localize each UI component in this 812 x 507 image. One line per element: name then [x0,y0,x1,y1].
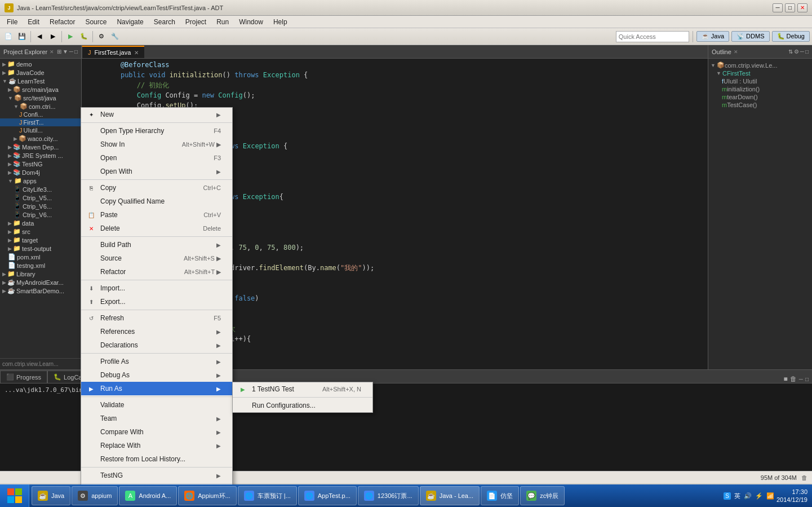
ctx-sep [81,467,232,468]
ctx-item-left: Source [87,254,122,263]
ctx-label: Team [100,415,117,422]
power-icon: ⚡ [755,492,763,500]
ctx-refactor[interactable]: Refactor Alt+Shift+T ▶ [81,265,232,279]
java-icon: ☕ [38,491,48,501]
ctx-label: Export... [100,298,126,306]
ctx-label: References [100,328,135,336]
ctx-new[interactable]: ✦ New ▶ [81,108,232,121]
ctx-profile-as[interactable]: Profile As ▶ [81,355,232,368]
ctx-debug-as[interactable]: Debug As ▶ [81,368,232,382]
ctx-label: Validate [100,401,124,409]
submenu-arrow: ▶ [216,242,221,248]
ctx-item-left: ⬇ Import... [87,284,125,293]
taskbar-item-label: AppTest.p... [318,492,350,499]
system-tray: S 英 🔊 ⚡ 📶 [724,492,774,500]
ctx-sep [81,353,232,354]
taskbar-12306[interactable]: 🌐 12306订票... [358,486,419,505]
ctx-item-left: ⬆ Export... [87,297,126,306]
ctx-label: Run As [100,385,122,393]
appium-icon: ⚙ [78,491,88,501]
ctx-item-left: References [87,327,135,336]
clock-time: 17:30 [776,488,807,496]
submenu-arrow: ▶ [216,359,221,365]
ctx-item-left: Declarations [87,341,138,350]
ctx-source[interactable]: Source Alt+Shift+S ▶ [81,252,232,265]
ctx-item-left: ✕ Delete [87,224,120,233]
ctx-declarations[interactable]: Declarations ▶ [81,338,232,352]
ctx-item-left: ↺ Refresh [87,314,124,323]
taskbar-fangjianzhi[interactable]: 📄 仿坚 [481,486,519,505]
submenu-arrow: ▶ [216,169,221,175]
taskbar-android[interactable]: A Android A... [119,486,177,505]
ctx-build-path[interactable]: Build Path ▶ [81,238,232,252]
ctx-restore-local[interactable]: Restore from Local History... [81,452,232,466]
ctx-item-left: Open [87,153,117,162]
ctx-run-as-wrapper: ▶ Run As ▶ ▶ 1 TestNG Test Alt+Shift+X, … [81,382,232,395]
ctx-item-left: Build Path [87,240,131,249]
svg-rect-2 [7,496,14,503]
taskbar-ticket[interactable]: 🌐 车票预订 |... [238,486,297,505]
taskbar-java[interactable]: ☕ Java [32,486,70,505]
network-icon: 📶 [766,492,774,500]
ctx-open-type-hierarchy[interactable]: Open Type Hierarchy F4 [81,124,232,138]
compare-icon [87,427,96,437]
open-with-icon [87,167,96,176]
ctx-delete[interactable]: ✕ Delete Delete [81,222,232,235]
profile-icon [87,357,96,366]
ctx-open-with[interactable]: Open With ▶ [81,165,232,178]
ctx-show-in[interactable]: Show In Alt+Shift+W ▶ [81,138,232,151]
shortcut-text: Alt+Shift+X, N [322,386,361,393]
declarations-icon [87,341,96,350]
ctx-label: Show In [100,140,125,148]
ctx-copy-qualified[interactable]: Copy Qualified Name [81,195,232,208]
submenu-arrow: ▶ [216,342,221,349]
hierarchy-icon [87,126,96,135]
windows-logo-icon [6,487,23,504]
browser3-icon: 🌐 [304,491,314,501]
ctx-refresh[interactable]: ↺ Refresh F5 [81,311,232,325]
import-icon: ⬇ [87,284,96,293]
ctx-paste[interactable]: 📋 Paste Ctrl+V [81,208,232,222]
browser4-icon: 🌐 [364,491,374,501]
sound-icon: 🔊 [744,492,752,500]
taskbar-appium[interactable]: ⚙ appium [72,486,118,505]
submenu-arrow: ▶ [216,429,221,435]
taskbar-apptest[interactable]: 🌐 AppTest.p... [298,486,357,505]
ctx-export[interactable]: ⬆ Export... [81,295,232,308]
delete-icon: ✕ [87,224,96,233]
taskbar-java-lea[interactable]: ☕ Java - Lea... [420,486,480,505]
ctx-copy[interactable]: ⎘ Copy Ctrl+C [81,181,232,195]
ctx-sep [81,179,232,180]
taskbar-item-label: 12306订票... [378,492,412,500]
ctx-replace-with[interactable]: Replace With ▶ [81,439,232,452]
clock: 17:30 2014/12/19 [776,488,807,504]
ctx-item-left: Refactor [87,267,126,276]
copy-qual-icon [87,197,96,206]
ctx-team[interactable]: Team ▶ [81,412,232,425]
ctx-label: Copy Qualified Name [100,197,165,205]
taskbar-item-label: 仿坚 [500,492,513,500]
ctx-label: Open Type Hierarchy [100,127,164,135]
ctx-testng[interactable]: TestNG ▶ [81,469,232,482]
ctx-import[interactable]: ⬇ Import... [81,281,232,295]
taskbar-appium-env[interactable]: 🌐 Appium环... [178,486,236,505]
ctx-run-as[interactable]: ▶ Run As ▶ [81,382,232,395]
ctx-label: Copy [100,184,116,192]
ctx-label: Open With [100,167,132,175]
taskbar-zc[interactable]: 💬 zc钟辰 [520,486,565,505]
start-button[interactable] [0,484,29,507]
ctx-item-left: Debug As [87,371,130,380]
taskbar-item-label: Android A... [139,492,171,499]
ctx-compare-with[interactable]: Compare With ▶ [81,425,232,439]
ctx-run-configurations[interactable]: Run Configurations... [233,399,372,412]
taskbar-item-label: appium [91,492,112,499]
svg-rect-3 [15,496,22,503]
context-menu: ✦ New ▶ Open Type Hierarchy F4 Show In A… [81,107,233,499]
submenu-arrow: ▶ [216,112,221,118]
ctx-references[interactable]: References ▶ [81,325,232,338]
ctx-testng-test[interactable]: ▶ 1 TestNG Test Alt+Shift+X, N [233,382,372,396]
submenu-arrow: ▶ [216,372,221,378]
ctx-open[interactable]: Open F3 [81,151,232,165]
ctx-label: Refresh [100,314,124,322]
ctx-validate[interactable]: Validate [81,398,232,412]
